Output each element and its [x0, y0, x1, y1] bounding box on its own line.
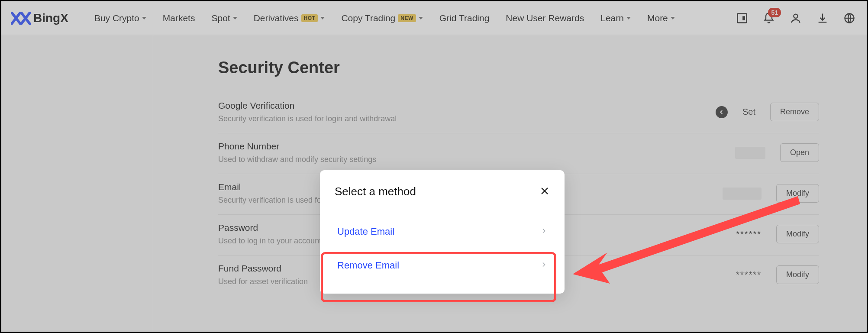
close-icon[interactable]	[539, 186, 550, 198]
option-label: Remove Email	[337, 260, 399, 271]
option-label: Update Email	[337, 226, 394, 237]
option-remove-email[interactable]: Remove Email	[335, 249, 550, 282]
chevron-right-icon	[540, 227, 547, 236]
select-method-modal: Select a method Update Email Remove Emai…	[320, 170, 565, 294]
modal-title: Select a method	[335, 185, 416, 198]
option-update-email[interactable]: Update Email	[335, 215, 550, 249]
chevron-right-icon	[540, 261, 547, 270]
